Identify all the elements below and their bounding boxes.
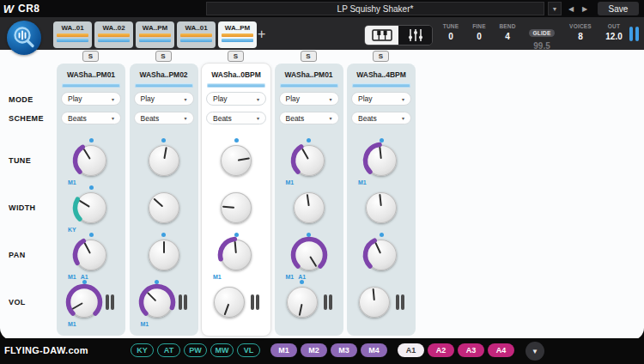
chevron-down-icon: ▾ [329, 96, 331, 102]
mod-pill-m1[interactable]: M1 [270, 343, 297, 357]
mod-pill-m3[interactable]: M3 [331, 343, 357, 357]
mode-value: Play [141, 94, 155, 103]
global-param-value: 4 [493, 32, 522, 41]
magnifier-soundwave-icon [9, 23, 39, 52]
vol-knob[interactable] [359, 287, 390, 318]
cr8-plugin-window: W CR8 LP Squishy Shaker* ▼ ◀ ▶ Save WA..… [0, 0, 644, 364]
global-param-fine[interactable]: FINE0 [465, 23, 493, 51]
scheme-dropdown[interactable]: Beats▾ [61, 112, 121, 124]
mod-pill-a3[interactable]: A3 [458, 343, 484, 357]
width-knob[interactable] [76, 192, 106, 223]
knob-pointer [63, 281, 105, 323]
vol-knob[interactable] [214, 287, 245, 318]
sample-tab[interactable]: WA..02 [94, 21, 133, 48]
knob-pointer [288, 139, 330, 181]
tune-knob[interactable] [221, 145, 252, 176]
global-param-out[interactable]: OUT12.0 [599, 23, 629, 51]
global-param-tune[interactable]: TUNE0 [436, 23, 465, 51]
vol-knob[interactable] [69, 287, 100, 318]
sample-tab[interactable]: WA..PM [218, 21, 257, 48]
meter-bar [251, 294, 254, 310]
collapse-button[interactable]: ▼ [526, 342, 544, 361]
scheme-dropdown[interactable]: Beats▾ [351, 112, 411, 124]
mod-source-label: M1 [141, 321, 149, 327]
mod-pill-m2[interactable]: M2 [301, 343, 327, 357]
mod-pill-mw[interactable]: MW [210, 343, 234, 357]
vol-knob[interactable] [142, 287, 173, 318]
global-param-voices[interactable]: VOICES8 [562, 23, 599, 51]
knob-pointer [219, 191, 252, 224]
mode-dropdown[interactable]: Play▾ [351, 92, 411, 106]
scheme-value: Beats [358, 114, 377, 123]
solo-button[interactable]: S [228, 51, 244, 62]
add-sample-button[interactable]: + [258, 27, 265, 42]
scheme-dropdown[interactable]: Beats▾ [134, 112, 194, 124]
mode-dropdown[interactable]: Play▾ [134, 92, 194, 106]
width-knob[interactable] [221, 192, 252, 223]
meter-bar [401, 294, 404, 310]
meter-bar [329, 294, 332, 310]
sample-tab[interactable]: WA..PM [136, 21, 174, 48]
sample-tab[interactable]: WA..01 [53, 21, 92, 48]
pan-knob[interactable] [221, 240, 252, 270]
mod-pill-pw[interactable]: PW [184, 343, 207, 357]
solo-button[interactable]: S [82, 51, 99, 62]
mod-pill-a4[interactable]: A4 [488, 343, 514, 357]
knob-pointer [70, 234, 112, 276]
scheme-dropdown[interactable]: Beats▾ [206, 112, 266, 124]
pan-knob[interactable] [294, 240, 325, 270]
width-knob[interactable] [294, 192, 325, 223]
sample-name: WASha..4BPM [347, 70, 416, 79]
mod-pill-a1[interactable]: A1 [398, 343, 424, 357]
pan-knob[interactable] [76, 240, 106, 270]
global-param-bend[interactable]: BEND4 [493, 23, 522, 51]
mixer-view-button[interactable] [398, 26, 432, 45]
scheme-dropdown[interactable]: Beats▾ [279, 112, 339, 124]
mod-source-label: M1 [286, 274, 295, 280]
meter-bar [324, 294, 327, 310]
knob-pointer [291, 191, 326, 226]
tune-knob[interactable] [366, 145, 397, 176]
keyboard-view-button[interactable] [365, 26, 398, 45]
mode-dropdown[interactable]: Play▾ [279, 92, 339, 106]
mod-pill-at[interactable]: AT [157, 343, 180, 357]
mode-value: Play [358, 94, 373, 103]
level-meter [179, 294, 187, 310]
mode-value: Play [213, 94, 228, 103]
vol-knob[interactable] [287, 287, 318, 318]
preset-menu-icon[interactable]: ▼ [548, 2, 562, 15]
solo-button[interactable]: S [373, 51, 389, 62]
mode-dropdown[interactable]: Play▾ [61, 92, 121, 106]
pan-knob[interactable] [366, 240, 397, 270]
tune-knob[interactable] [149, 145, 179, 176]
mod-pill-ky[interactable]: KY [131, 343, 154, 357]
mod-pill-vl[interactable]: VL [237, 343, 260, 357]
tab-waveform-stripe-blue [180, 39, 212, 42]
prev-preset-button[interactable]: ◀ [565, 2, 577, 15]
solo-button[interactable]: S [155, 51, 172, 62]
tune-knob[interactable] [76, 145, 106, 176]
mod-source-label: A1 [298, 274, 306, 280]
mod-pill-m4[interactable]: M4 [361, 343, 387, 357]
width-knob[interactable] [366, 192, 397, 223]
preset-name-display[interactable]: LP Squishy Shaker* [206, 2, 544, 15]
chevron-down-icon: ▾ [402, 115, 404, 121]
knob-pointer [364, 143, 398, 178]
mod-source-label: M1 [286, 179, 295, 185]
width-knob[interactable] [149, 192, 179, 223]
pan-knob[interactable] [149, 240, 179, 270]
next-preset-button[interactable]: ▶ [579, 2, 591, 15]
mod-pill-a2[interactable]: A2 [428, 343, 454, 357]
mod-source-label: M1 [213, 274, 222, 280]
mode-value: Play [286, 94, 301, 103]
save-button[interactable]: Save [598, 2, 639, 15]
sample-tab[interactable]: WA..01 [177, 21, 216, 48]
sample-name: WASha..PM01 [57, 70, 125, 79]
tune-knob[interactable] [294, 145, 325, 176]
global-param-glide[interactable]: GLIDE99.5 [522, 23, 562, 51]
tab-waveform-stripe-orange [98, 33, 130, 37]
chevron-down-icon: ▾ [402, 96, 404, 102]
mode-dropdown[interactable]: Play▾ [206, 92, 266, 106]
solo-button[interactable]: S [301, 51, 317, 62]
mod-source-pills: KYATPWMWVLM1M2M3M4A1A2A3A4 [131, 343, 514, 357]
